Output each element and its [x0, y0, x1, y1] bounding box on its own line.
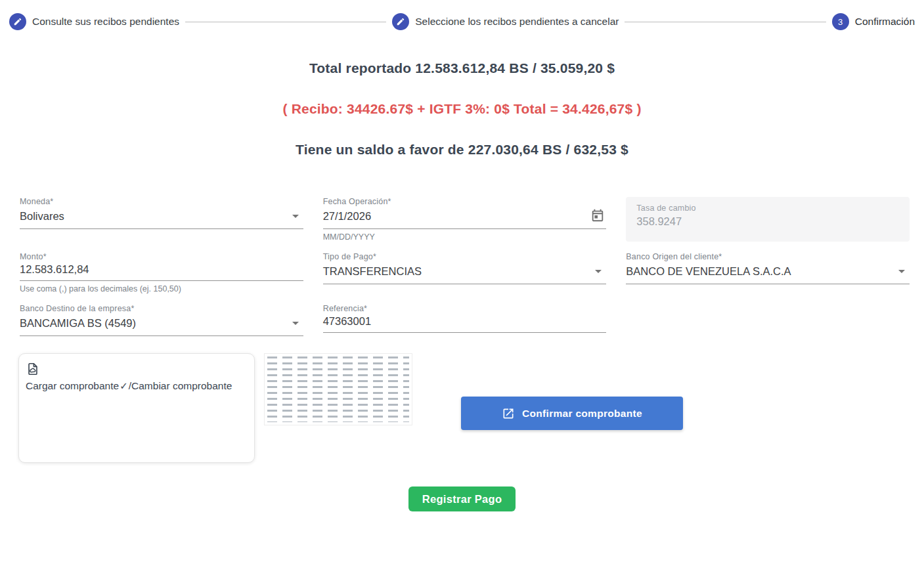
chevron-down-icon	[894, 263, 910, 279]
step-connector	[185, 22, 386, 22]
registrar-pago-button[interactable]: Registrar Pago	[408, 486, 516, 511]
banco-destino-label: Banco Destino de la empresa*	[20, 304, 303, 313]
register-section: Registrar Pago	[0, 486, 924, 511]
monto-label: Monto*	[20, 252, 303, 261]
saldo-favor-heading: Tiene un saldo a favor de 227.030,64 BS …	[0, 142, 924, 158]
comprobante-thumbnail[interactable]	[264, 353, 412, 425]
fecha-operacion-value: 27/1/2026	[323, 210, 371, 223]
file-upload-cloud-icon	[26, 362, 248, 379]
banco-destino-value: BANCAMIGA BS (4549)	[20, 317, 136, 330]
edit-pencil-icon	[9, 13, 26, 30]
upload-label-before: Cargar comprobante	[26, 380, 119, 391]
step-label: Consulte sus recibos pendientes	[32, 16, 179, 28]
step-number-badge: 3	[832, 13, 849, 30]
fecha-operacion-field: Fecha Operación* 27/1/2026 MM/DD/YYYY	[323, 197, 607, 242]
referencia-label: Referencia*	[323, 304, 607, 313]
confirmar-comprobante-button[interactable]: Confirmar comprobante	[461, 397, 683, 430]
chevron-down-icon	[590, 263, 606, 279]
tasa-cambio-label: Tasa de cambio	[636, 204, 899, 213]
tipo-pago-value: TRANSFERENCIAS	[323, 265, 422, 278]
monto-value: 12.583.612,84	[20, 263, 89, 276]
banco-destino-select[interactable]: BANCAMIGA BS (4549)	[20, 313, 303, 336]
confirmar-comprobante-label: Confirmar comprobante	[522, 408, 642, 420]
tipo-pago-field: Tipo de Pago* TRANSFERENCIAS	[323, 252, 607, 293]
tipo-pago-select[interactable]: TRANSFERENCIAS	[323, 261, 607, 284]
banco-origen-field: Banco Origen del cliente* BANCO DE VENEZ…	[626, 252, 910, 293]
upload-comprobante-label: Cargar comprobante✓/Cambiar comprobante	[26, 380, 248, 392]
moneda-field: Moneda* Bolivares	[20, 197, 303, 242]
open-in-new-icon	[502, 407, 515, 420]
check-icon: ✓	[119, 380, 129, 391]
tipo-pago-label: Tipo de Pago*	[323, 252, 607, 261]
empty-cell	[626, 304, 910, 336]
upload-comprobante-card[interactable]: Cargar comprobante✓/Cambiar comprobante	[18, 353, 255, 463]
total-reportado-heading: Total reportado 12.583.612,84 BS / 35.05…	[0, 60, 924, 76]
banco-origen-select[interactable]: BANCO DE VENEZUELA S.A.C.A	[626, 261, 910, 284]
moneda-select[interactable]: Bolivares	[20, 206, 303, 229]
monto-helper: Use coma (,) para los decimales (ej. 150…	[20, 284, 303, 293]
banco-origen-label: Banco Origen del cliente*	[626, 252, 910, 261]
fecha-operacion-input[interactable]: 27/1/2026	[323, 206, 607, 229]
recibo-igtf-heading: ( Recibo: 34426.67$ + IGTF 3%: 0$ Total …	[0, 101, 924, 117]
banco-destino-field: Banco Destino de la empresa* BANCAMIGA B…	[20, 304, 303, 336]
step-seleccione-recibos[interactable]: Seleccione los recibos pendientes a canc…	[392, 13, 619, 30]
banco-origen-value: BANCO DE VENEZUELA S.A.C.A	[626, 265, 791, 278]
moneda-label: Moneda*	[20, 197, 303, 206]
fecha-operacion-label: Fecha Operación*	[323, 197, 607, 206]
step-label: Confirmación	[855, 16, 915, 28]
upload-label-after: /Cambiar comprobante	[129, 380, 232, 391]
step-consulte-recibos[interactable]: Consulte sus recibos pendientes	[9, 13, 179, 30]
stepper: Consulte sus recibos pendientes Seleccio…	[0, 0, 924, 33]
payment-form: Moneda* Bolivares Fecha Operación* 27/1/…	[20, 197, 910, 336]
edit-pencil-icon	[392, 13, 409, 30]
monto-input[interactable]: 12.583.612,84	[20, 261, 303, 281]
monto-field: Monto* 12.583.612,84 Use coma (,) para l…	[20, 252, 303, 293]
moneda-value: Bolivares	[20, 210, 64, 223]
chevron-down-icon	[288, 208, 303, 224]
summary-section: Total reportado 12.583.612,84 BS / 35.05…	[0, 60, 924, 158]
fecha-operacion-helper: MM/DD/YYYY	[323, 232, 607, 242]
tasa-cambio-value: 358.9247	[636, 213, 899, 228]
referencia-input[interactable]: 47363001	[323, 313, 607, 333]
referencia-field: Referencia* 47363001	[323, 304, 607, 336]
step-label: Seleccione los recibos pendientes a canc…	[415, 16, 619, 28]
chevron-down-icon	[288, 315, 303, 331]
step-connector	[625, 22, 825, 22]
referencia-value: 47363001	[323, 315, 371, 328]
calendar-icon[interactable]	[590, 208, 606, 224]
tasa-cambio-field: Tasa de cambio 358.9247	[626, 197, 910, 242]
comprobante-section: Cargar comprobante✓/Cambiar comprobante …	[18, 353, 910, 463]
step-confirmacion[interactable]: 3 Confirmación	[832, 13, 915, 30]
